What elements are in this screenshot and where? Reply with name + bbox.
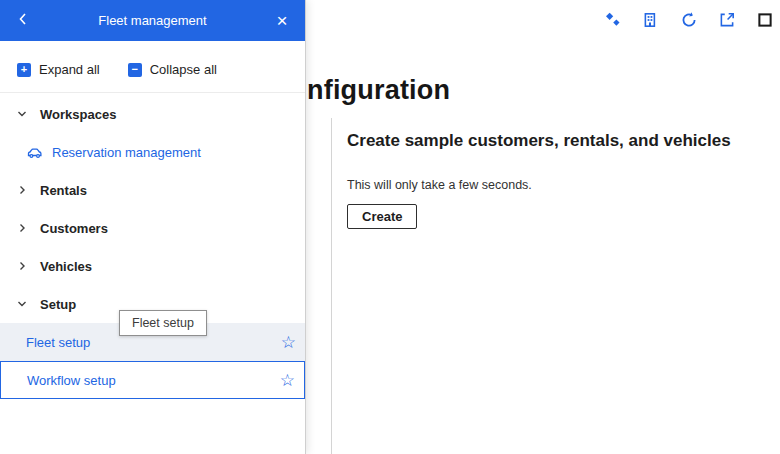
content-left-divider: [331, 118, 332, 454]
open-in-new-window-icon[interactable]: [718, 11, 736, 29]
section-note: This will only take a few seconds.: [347, 178, 767, 192]
panel-header: Fleet management ×: [0, 0, 305, 41]
company-icon[interactable]: [642, 11, 660, 29]
favorite-star-icon[interactable]: ☆: [280, 372, 295, 389]
expand-all-label: Expand all: [39, 62, 100, 77]
chevron-down-icon: [16, 298, 28, 310]
sidebar-item-workspaces[interactable]: Workspaces: [0, 95, 305, 133]
panel-title: Fleet management: [38, 13, 267, 28]
expand-all-button[interactable]: + Expand all: [17, 62, 100, 77]
panel-toolbar: + Expand all − Collapse all: [0, 41, 305, 93]
tree-item-label: Rentals: [40, 183, 87, 198]
close-icon: ×: [276, 11, 287, 30]
car-icon: [26, 145, 43, 159]
tree-item-label: Vehicles: [40, 259, 92, 274]
create-button[interactable]: Create: [347, 204, 417, 229]
top-action-bar: [604, 11, 774, 29]
sidebar-item-vehicles[interactable]: Vehicles: [0, 247, 305, 285]
tree-item-label: Setup: [40, 297, 76, 312]
fleet-management-panel: Fleet management × + Expand all − Collap…: [0, 0, 306, 454]
sample-data-section: Create sample customers, rentals, and ve…: [347, 131, 767, 229]
chevron-down-icon: [16, 108, 28, 120]
refresh-icon[interactable]: [680, 11, 698, 29]
collapse-all-label: Collapse all: [150, 62, 217, 77]
chevron-right-icon: [16, 222, 28, 234]
close-button[interactable]: ×: [267, 6, 297, 36]
tooltip-fleet-setup: Fleet setup: [119, 310, 207, 336]
chevron-left-icon: [16, 12, 30, 29]
collapse-all-button[interactable]: − Collapse all: [128, 62, 217, 77]
tree-item-label: Customers: [40, 221, 108, 236]
navigation-tree: Workspaces Reservation management Rental…: [0, 93, 305, 399]
app-window: nfiguration Create sample customers, ren…: [0, 0, 780, 454]
page-title: nfiguration: [307, 75, 450, 106]
section-heading: Create sample customers, rentals, and ve…: [347, 131, 767, 151]
sidebar-item-customers[interactable]: Customers: [0, 209, 305, 247]
sidebar-item-workflow-setup[interactable]: Workflow setup ☆: [0, 361, 305, 399]
tree-item-label: Reservation management: [52, 145, 201, 160]
collapse-all-icon: −: [128, 63, 142, 77]
tree-item-label: Fleet setup: [26, 335, 90, 350]
copilot-diamonds-icon[interactable]: [604, 11, 622, 29]
sidebar-item-rentals[interactable]: Rentals: [0, 171, 305, 209]
favorite-star-icon[interactable]: ☆: [281, 334, 296, 351]
sidebar-item-reservation-management[interactable]: Reservation management: [0, 133, 305, 171]
tree-item-label: Workspaces: [40, 107, 116, 122]
maximize-icon[interactable]: [756, 11, 774, 29]
expand-all-icon: +: [17, 63, 31, 77]
chevron-right-icon: [16, 184, 28, 196]
chevron-right-icon: [16, 260, 28, 272]
tree-item-label: Workflow setup: [27, 373, 116, 388]
back-button[interactable]: [8, 6, 38, 36]
